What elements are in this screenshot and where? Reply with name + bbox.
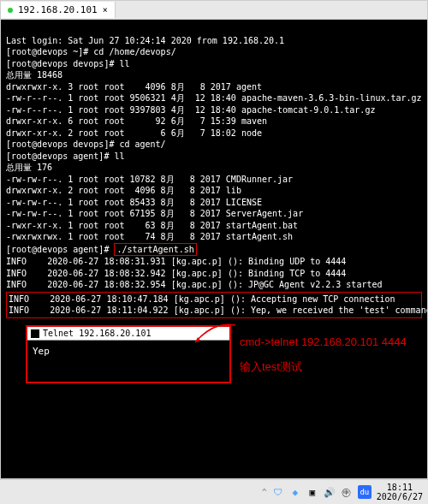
line: INFO 2020-06-27 18:08:31.931 [kg.apc.p] … (6, 257, 346, 266)
line: -rwxrwxrwx. 1 root root 74 8月 8 2017 sta… (6, 232, 293, 241)
line: 总用量 18468 (6, 70, 62, 80)
tray-expand-icon[interactable]: ^ (262, 488, 267, 497)
line: [root@devops agent]# ll (6, 151, 124, 161)
tab-bar: 192.168.20.101 × (1, 1, 427, 20)
line: -rw-rw-r--. 1 root root 85433 8月 8 2017 … (6, 198, 262, 207)
telnet-title-text: Telnet 192.168.20.101 (43, 329, 151, 338)
line: -rw-rw-r--. 1 root root 10782 8月 8 2017 … (6, 175, 293, 184)
line: -rw-r--r--. 1 root root 9397803 4月 12 18… (6, 105, 375, 115)
tab-close-icon[interactable]: × (103, 5, 108, 15)
line: [root@devops devops]# cd agent/ (6, 139, 166, 149)
clock-date: 2020/6/27 (377, 492, 423, 501)
taskbar-clock[interactable]: 18:11 2020/6/27 (377, 483, 423, 501)
annotation-input: 输入test测试 (240, 359, 302, 375)
highlighted-log-block: INFO 2020-06-27 18:10:47.184 [kg.apc.p] … (6, 292, 422, 318)
status-dot-icon (8, 8, 13, 13)
line: 总用量 176 (6, 163, 52, 172)
line: [root@devops ~]# cd /home/devops/ (6, 47, 176, 56)
line: drwxr-xr-x. 2 root root 6 6月 7 18:02 nod… (6, 128, 262, 138)
line: drwxrwxr-x. 2 root root 4096 8月 8 2017 l… (6, 186, 241, 195)
ime-icon[interactable]: ㊥ (341, 486, 353, 498)
annotation-arrow-icon (188, 321, 240, 347)
terminal-window: 192.168.20.101 × Last login: Sat Jun 27 … (0, 0, 428, 479)
line: -rw-r--r--. 1 root root 9506321 4月 12 18… (6, 93, 422, 103)
line: INFO 2020-06-27 18:08:32.954 [kg.apc.p] … (6, 280, 383, 289)
line: -rw-rw-r--. 1 root root 67195 8月 8 2017 … (6, 209, 303, 218)
telnet-body[interactable]: Yep (27, 341, 229, 382)
line: INFO 2020-06-27 18:11:04.922 [kg.apc.p] … (9, 305, 427, 315)
clock-time: 18:11 (377, 483, 423, 492)
taskbar: ^ 🛡 ◆ ▣ 🔊 ㊥ du 18:11 2020/6/27 (0, 479, 428, 504)
line: Last login: Sat Jun 27 10:24:14 2020 fro… (6, 36, 284, 45)
annotation-cmd: cmd->telnet 192.168.20.101 4444 (240, 335, 407, 348)
highlighted-command: ./startAgent.sh (114, 243, 196, 257)
du-icon[interactable]: du (358, 485, 372, 499)
line: -rwxr-xr-x. 1 root root 63 8月 8 2017 sta… (6, 221, 298, 230)
telnet-output: Yep (33, 346, 50, 357)
cmd-icon (31, 329, 39, 338)
tab-session[interactable]: 192.168.20.101 × (1, 2, 116, 18)
system-tray: ^ 🛡 ◆ ▣ 🔊 ㊥ du 18:11 2020/6/27 (262, 483, 423, 501)
app-icon[interactable]: ◆ (289, 486, 301, 498)
prompt: [root@devops agent]# (6, 245, 114, 254)
line: drwxrwxr-x. 3 root root 4096 8月 8 2017 a… (6, 82, 262, 92)
shield-icon[interactable]: 🛡 (272, 486, 284, 498)
line: INFO 2020-06-27 18:10:47.184 [kg.apc.p] … (9, 294, 395, 304)
terminal-body[interactable]: Last login: Sat Jun 27 10:24:14 2020 fro… (1, 20, 427, 478)
tab-title: 192.168.20.101 (18, 4, 98, 15)
network-icon[interactable]: ▣ (306, 486, 318, 498)
line: [root@devops devops]# ll (6, 59, 130, 68)
line: INFO 2020-06-27 18:08:32.942 [kg.apc.p] … (6, 269, 346, 278)
line: drwxr-xr-x. 6 root root 92 6月 7 15:39 ma… (6, 116, 267, 126)
volume-icon[interactable]: 🔊 (324, 486, 336, 498)
